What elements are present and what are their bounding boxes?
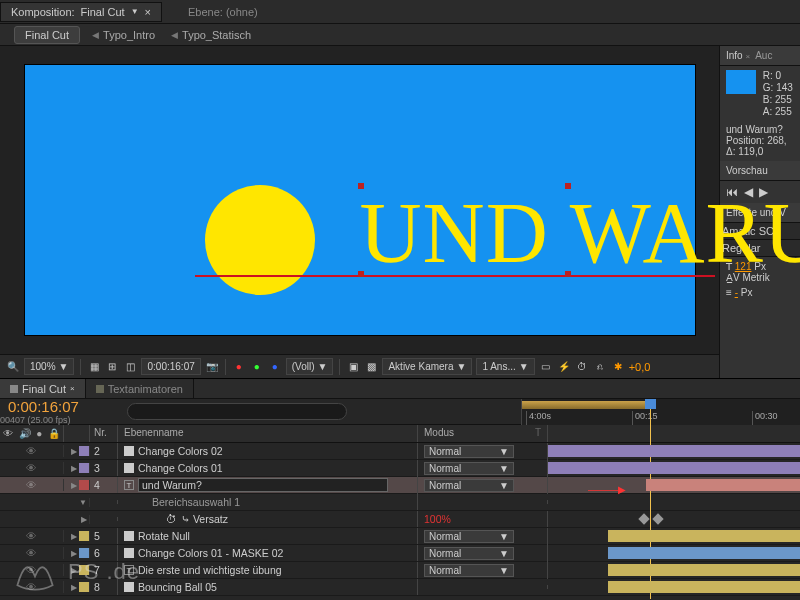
track-area[interactable] [548,443,800,459]
twirl-icon[interactable]: ▶ [69,532,79,541]
twirl-icon[interactable]: ▶ [69,583,79,592]
blend-mode-dropdown[interactable]: Normal▼ [424,445,514,458]
blend-mode-dropdown[interactable]: Normal▼ [424,530,514,543]
selection-handle[interactable] [358,183,364,189]
zoom-dropdown[interactable]: 100%▼ [24,358,74,375]
visibility-column-icon[interactable]: 👁 [3,428,13,439]
selection-handle[interactable] [358,271,364,277]
dropdown-icon[interactable]: ▼ [131,7,139,16]
pixel-aspect-icon[interactable]: ▭ [539,360,553,374]
layer-name-cell[interactable]: Change Colors 01 - MASKE 02 [118,545,418,561]
channel-icon[interactable]: ● [232,360,246,374]
col-header-name[interactable]: Ebenenname [118,425,418,442]
breadcrumb-item[interactable]: ◀Typo_Intro [88,29,159,41]
track-area[interactable] [548,460,800,476]
close-icon[interactable]: × [145,6,151,18]
layer-duration-bar[interactable] [608,530,800,542]
track-area[interactable]: ———▶ [548,477,800,493]
composition-viewer[interactable]: UND WARUM [0,46,719,354]
track-area[interactable] [548,579,800,595]
time-ruler[interactable]: 4:00s 00:15 00:30 [522,399,800,425]
layer-name-cell[interactable]: T [118,476,418,494]
fast-preview-icon[interactable]: ⚡ [557,360,571,374]
breadcrumb-active[interactable]: Final Cut [14,26,80,44]
keyframe-diamond[interactable] [638,513,649,524]
track-area[interactable] [548,511,800,527]
magnify-icon[interactable]: 🔍 [6,360,20,374]
breadcrumb-item[interactable]: ◀Typo_Statisch [167,29,255,41]
label-color[interactable] [79,531,89,541]
twirl-icon[interactable]: ▶ [69,464,79,473]
layer-name-cell[interactable]: T Die erste und wichtigste übung [118,562,418,578]
layer-row[interactable]: 👁▶5 Rotate NullNormal▼ [0,528,800,545]
channel-icon[interactable]: ● [250,360,264,374]
guides-icon[interactable]: ⊞ [105,360,119,374]
lock-column-icon[interactable]: 🔒 [48,428,60,439]
work-area-bar[interactable] [522,401,654,409]
visibility-toggle[interactable]: 👁 [26,547,37,559]
visibility-toggle[interactable]: 👁 [26,581,37,593]
solo-column-icon[interactable]: ● [36,428,42,439]
timeline-tab[interactable]: Textanimatoren [86,379,194,398]
grid-icon[interactable]: ▦ [87,360,101,374]
keyframe-diamond[interactable] [652,513,663,524]
layer-duration-bar[interactable] [608,581,800,593]
camera-dropdown[interactable]: Aktive Kamera▼ [382,358,472,375]
leading-value[interactable]: - [735,287,738,298]
label-color[interactable] [79,446,89,456]
col-header-nr[interactable]: Nr. [90,425,118,442]
layer-name-input[interactable] [138,478,388,492]
selection-handle[interactable] [565,271,571,277]
mask-icon[interactable]: ◫ [123,360,137,374]
preview-tab[interactable]: Vorschau [720,161,800,181]
blend-mode-dropdown[interactable]: Normal▼ [424,564,514,577]
snapshot-icon[interactable]: 📷 [205,360,219,374]
current-time[interactable]: 0:00:16:07 [141,358,200,375]
channel-icon[interactable]: ● [268,360,282,374]
layer-tab-empty[interactable]: Ebene: (ohne) [180,3,266,21]
timeline-icon[interactable]: ⏱ [575,360,589,374]
track-area[interactable] [548,494,800,510]
label-color[interactable] [79,565,89,575]
views-dropdown[interactable]: 1 Ans...▼ [476,358,534,375]
blend-mode-dropdown[interactable]: Normal▼ [424,547,514,560]
twirl-icon[interactable]: ▶ [69,549,79,558]
twirl-icon[interactable]: ▶ [69,566,79,575]
layer-name-cell[interactable]: Change Colors 02 [118,443,418,459]
layer-duration-bar[interactable] [608,547,800,559]
layer-property-row[interactable]: ▶⏱ ⤷ Versatz100% [0,511,800,528]
track-area[interactable] [548,562,800,578]
label-color[interactable] [79,463,89,473]
composition-tab[interactable]: Komposition: Final Cut ▼ × [0,2,162,22]
twirl-icon[interactable]: ▶ [69,447,79,456]
title-text-layer[interactable]: UND WARUM [360,183,801,283]
layer-name-cell[interactable]: Bouncing Ball 05 [118,579,418,595]
roi-icon[interactable]: ▣ [346,360,360,374]
twirl-icon[interactable]: ▶ [79,515,89,524]
layer-row[interactable]: 👁▶6 Change Colors 01 - MASKE 02Normal▼ [0,545,800,562]
exposure-value[interactable]: +0,0 [629,361,651,373]
layer-duration-bar[interactable] [608,564,800,576]
comp-canvas[interactable]: UND WARUM [25,65,695,335]
layer-row[interactable]: 👁▶7T Die erste und wichtigste übungNorma… [0,562,800,579]
transparency-grid-icon[interactable]: ▩ [364,360,378,374]
layer-search-input[interactable] [127,403,347,420]
blend-mode-dropdown[interactable]: Normal▼ [424,479,514,492]
twirl-icon[interactable]: ▼ [77,498,89,507]
audio-column-icon[interactable]: 🔊 [19,428,31,439]
property-value[interactable]: 100% [424,513,451,525]
layer-duration-bar[interactable] [548,445,800,457]
resolution-dropdown[interactable]: (Voll)▼ [286,358,334,375]
layer-row[interactable]: 👁▶3 Change Colors 01Normal▼ [0,460,800,477]
current-time-display[interactable]: 0:00:16:07 [0,398,87,415]
track-area[interactable] [548,528,800,544]
visibility-toggle[interactable]: 👁 [26,462,37,474]
visibility-toggle[interactable]: 👁 [26,564,37,576]
track-area[interactable] [548,545,800,561]
stopwatch-icon[interactable]: ⏱ [166,513,177,525]
label-color[interactable] [79,480,89,490]
visibility-toggle[interactable]: 👁 [26,530,37,542]
visibility-toggle[interactable]: 👁 [26,479,37,491]
exposure-icon[interactable]: ✱ [611,360,625,374]
layer-row[interactable]: 👁▶2 Change Colors 02Normal▼ [0,443,800,460]
